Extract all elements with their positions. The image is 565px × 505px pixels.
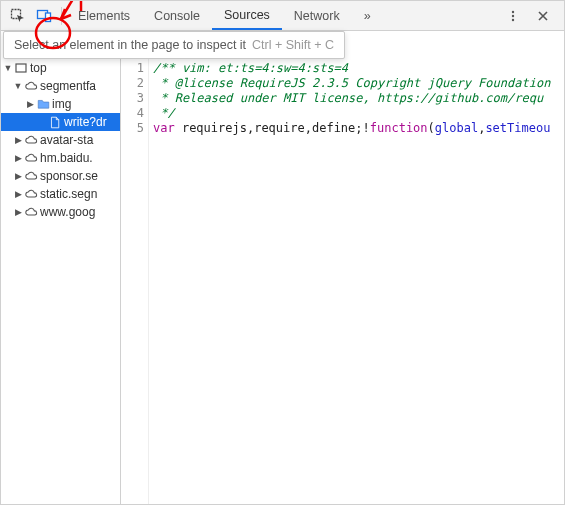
code-editor[interactable]: /** vim: et:ts=4:sw=4:sts=4 * @license R… [149,59,564,504]
device-toggle-icon[interactable] [31,3,57,29]
tree-label: static.segn [40,187,97,201]
chevron-icon: ▶ [13,153,23,163]
svg-point-5 [512,18,514,20]
tooltip-text: Select an element in the page to inspect… [14,38,246,52]
main-area: ▼ top ▼segmentfa▶imgwrite?dr▶avatar-sta▶… [1,59,564,504]
inspect-element-icon[interactable] [5,3,31,29]
tab-console[interactable]: Console [142,1,212,30]
tab-overflow[interactable]: » [352,1,383,30]
chevron-icon: ▼ [13,81,23,91]
tree-row[interactable]: ▶hm.baidu. [1,149,120,167]
tree-label: write?dr [64,115,107,129]
tree-row[interactable]: ▶avatar-sta [1,131,120,149]
toolbar-divider [61,7,62,25]
tree-row[interactable]: ▶www.goog [1,203,120,221]
panel-tabs: Elements Console Sources Network » [66,1,383,30]
tab-sources[interactable]: Sources [212,1,282,30]
tab-elements[interactable]: Elements [66,1,142,30]
tree-label: img [52,97,71,111]
chevron-icon: ▶ [13,189,23,199]
svg-rect-6 [16,64,26,72]
chevron-down-icon: ▼ [3,63,13,73]
frame-icon [13,62,29,74]
tree-row[interactable]: write?dr [1,113,120,131]
cloud-icon [23,80,39,93]
chevron-icon: ▶ [25,99,35,109]
close-icon[interactable] [532,5,554,27]
line-gutter: 12345 [121,59,149,504]
file-icon [47,116,63,129]
tree-row[interactable]: ▶static.segn [1,185,120,203]
cloud-icon [23,170,39,183]
tree-label: sponsor.se [40,169,98,183]
tree-label: hm.baidu. [40,151,93,165]
svg-point-4 [512,14,514,16]
cloud-icon [23,206,39,219]
tree-label: top [30,61,47,75]
kebab-menu-icon[interactable] [502,5,524,27]
tooltip-shortcut: Ctrl + Shift + C [252,38,334,52]
devtools-toolbar: Elements Console Sources Network » [1,1,564,31]
cloud-icon [23,188,39,201]
svg-point-3 [512,10,514,12]
sources-tree[interactable]: ▼ top ▼segmentfa▶imgwrite?dr▶avatar-sta▶… [1,59,121,504]
tree-top[interactable]: ▼ top [1,59,120,77]
cloud-icon [23,134,39,147]
tab-network[interactable]: Network [282,1,352,30]
tree-row[interactable]: ▼segmentfa [1,77,120,95]
cloud-icon [23,152,39,165]
folder-icon [35,98,51,111]
chevron-icon: ▶ [13,135,23,145]
tree-label: www.goog [40,205,95,219]
inspect-tooltip: Select an element in the page to inspect… [3,31,345,59]
tree-label: segmentfa [40,79,96,93]
tree-row[interactable]: ▶img [1,95,120,113]
chevron-icon: ▶ [13,207,23,217]
tree-label: avatar-sta [40,133,93,147]
tree-row[interactable]: ▶sponsor.se [1,167,120,185]
chevron-icon: ▶ [13,171,23,181]
svg-rect-2 [46,13,51,22]
